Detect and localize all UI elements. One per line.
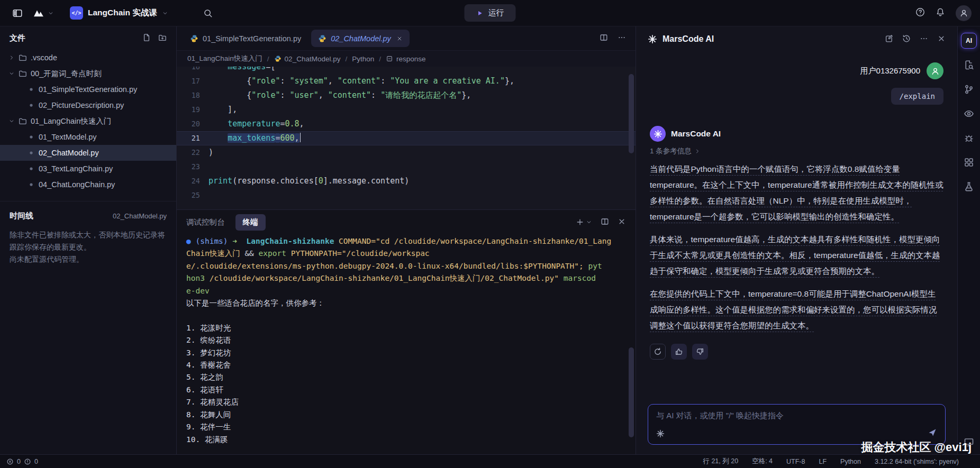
code-line[interactable]: 21 max_tokens=600, xyxy=(177,131,636,145)
folder-item[interactable]: 01_LangChain快速入门 xyxy=(0,113,176,129)
split-terminal-button[interactable] xyxy=(601,217,609,227)
breadcrumb-item[interactable]: 01_LangChain快速入门 xyxy=(187,54,262,63)
code-line[interactable]: 25 xyxy=(177,188,636,203)
close-icon[interactable] xyxy=(396,35,403,42)
tree-item-label: 01_TextModel.py xyxy=(39,133,97,141)
code-line[interactable]: 18 {"role": "user", "content": "请给我的花店起个… xyxy=(177,88,636,103)
new-file-button[interactable] xyxy=(142,33,151,43)
editor-more-button[interactable] xyxy=(618,33,626,43)
code-line[interactable]: 22) xyxy=(177,145,636,160)
chat-history-button[interactable] xyxy=(902,34,911,44)
folder-icon xyxy=(19,53,27,62)
code-text: temperature=0.8, xyxy=(200,117,304,131)
plus-icon xyxy=(576,218,584,226)
editor-scrollbar[interactable] xyxy=(629,74,634,153)
file-item[interactable]: 03_TextLangChain.py xyxy=(0,161,176,177)
split-editor-button[interactable] xyxy=(600,33,608,43)
close-icon xyxy=(618,217,626,226)
file-item[interactable]: 02_ChatModel.py xyxy=(0,145,176,161)
terminal-line: 6. 花语轩 xyxy=(186,384,626,396)
code-editor[interactable]: 16 messages=[17 {"role": "system", "cont… xyxy=(177,67,636,209)
file-dot-icon xyxy=(28,181,35,188)
run-label: 运行 xyxy=(488,8,504,18)
status-indentation[interactable]: 空格: 4 xyxy=(752,457,773,466)
ai-panel-header: MarsCode AI xyxy=(636,26,957,52)
new-folder-button[interactable] xyxy=(158,33,167,43)
code-line[interactable]: 17 {"role": "system", "content": "You ar… xyxy=(177,74,636,88)
warning-count: 0 xyxy=(34,458,38,465)
breadcrumb-item[interactable]: Python xyxy=(352,55,374,63)
code-line[interactable]: 23 xyxy=(177,160,636,174)
new-terminal-button[interactable] xyxy=(576,218,592,226)
editor-tab[interactable]: 02_ChatModel.py xyxy=(311,30,410,47)
chevron-down-icon xyxy=(8,70,15,77)
debug-console-tab[interactable]: 调试控制台 xyxy=(186,217,225,227)
code-line[interactable]: 20 temperature=0.8, xyxy=(177,117,636,131)
close-panel-button[interactable] xyxy=(618,217,626,227)
remote-monitor-button[interactable] xyxy=(961,434,977,450)
terminal-output[interactable]: ● (shims) ➜ LangChain-shizhanke COMMAND=… xyxy=(177,234,636,454)
flask-activity-button[interactable] xyxy=(961,179,977,195)
breadcrumb-item[interactable]: 02_ChatModel.py xyxy=(274,55,341,63)
eye-activity-button[interactable] xyxy=(961,106,977,122)
status-cursor-position[interactable]: 行 21, 列 20 xyxy=(703,457,738,466)
breadcrumb-separator: / xyxy=(345,55,347,63)
send-button[interactable] xyxy=(928,428,937,439)
marscode-ai-activity-button[interactable]: AI xyxy=(961,33,977,49)
code-text: messages=[ xyxy=(200,67,275,74)
terminal-line: 10. 花满蹊 xyxy=(186,434,626,446)
code-line[interactable]: 24print(response.choices[0].message.cont… xyxy=(177,174,636,188)
sidebar-toggle-button[interactable] xyxy=(8,4,26,22)
new-chat-button[interactable] xyxy=(885,34,893,44)
file-dot-icon xyxy=(28,149,35,157)
terminal-scrollbar[interactable] xyxy=(629,347,634,437)
folder-item[interactable]: .vscode xyxy=(0,50,176,66)
close-ai-panel-button[interactable] xyxy=(937,34,946,44)
code-content: 16 messages=[17 {"role": "system", "cont… xyxy=(177,67,636,203)
play-icon xyxy=(476,10,484,17)
file-item[interactable]: 01_TextModel.py xyxy=(0,129,176,145)
ai-more-button[interactable] xyxy=(920,34,928,44)
git-branch-activity-button[interactable] xyxy=(961,81,977,97)
notifications-button[interactable] xyxy=(936,7,945,19)
global-search-button[interactable] xyxy=(199,4,217,22)
files-header-row: 文件 xyxy=(0,26,176,50)
chat-input[interactable]: 与 AI 对话，或使用 "/" 唤起快捷指令 xyxy=(648,404,946,445)
app-logo[interactable] xyxy=(33,7,54,19)
thumbs-up-button[interactable] xyxy=(671,344,687,360)
editor-tab[interactable]: 01_SimpleTextGeneration.py xyxy=(183,30,308,47)
breadcrumb-separator: / xyxy=(379,55,381,63)
terminal-tab[interactable]: 终端 xyxy=(235,214,266,231)
regenerate-button[interactable] xyxy=(650,344,666,360)
thumbs-down-button[interactable] xyxy=(692,344,708,360)
timeline-header[interactable]: 时间线 xyxy=(10,211,33,221)
folder-item[interactable]: 00_开篇词_奇点时刻 xyxy=(0,66,176,81)
status-interpreter[interactable]: 3.12.2 64-bit ('shims': pyenv) xyxy=(875,458,959,465)
person-icon xyxy=(959,8,968,17)
file-item[interactable]: 02_PictureDescription.py xyxy=(0,97,176,113)
bug-activity-button[interactable] xyxy=(961,130,977,146)
help-button[interactable] xyxy=(915,7,925,19)
problems-indicator[interactable]: 0 0 xyxy=(6,458,38,465)
file-item[interactable]: 04_ChatLongChain.py xyxy=(0,177,176,192)
code-text: {"role": "system", "content": "You are a… xyxy=(200,74,514,88)
terminal-line xyxy=(186,309,626,322)
project-switcher[interactable]: </> LangChain 实战课 xyxy=(70,6,168,20)
search-icon xyxy=(203,8,213,18)
extensions-activity-button[interactable] xyxy=(961,154,977,170)
reference-info[interactable]: 1 条参考信息 xyxy=(650,146,943,156)
code-line[interactable]: 16 messages=[ xyxy=(177,67,636,74)
terminal-line: 1. 花漾时光 xyxy=(186,322,626,334)
breadcrumb-item[interactable]: response xyxy=(386,55,426,63)
file-item[interactable]: 01_SimpleTextGeneration.py xyxy=(0,81,176,97)
file-search-activity-button[interactable] xyxy=(961,57,977,73)
status-encoding[interactable]: UTF-8 xyxy=(786,458,805,465)
status-language[interactable]: Python xyxy=(840,458,861,465)
user-avatar[interactable] xyxy=(956,5,972,21)
python-icon xyxy=(318,34,326,43)
marscode-logo-icon xyxy=(656,429,665,438)
status-eol[interactable]: LF xyxy=(819,458,827,465)
new-folder-icon xyxy=(158,33,167,42)
code-line[interactable]: 19 ], xyxy=(177,103,636,117)
run-button[interactable]: 运行 xyxy=(465,4,516,22)
